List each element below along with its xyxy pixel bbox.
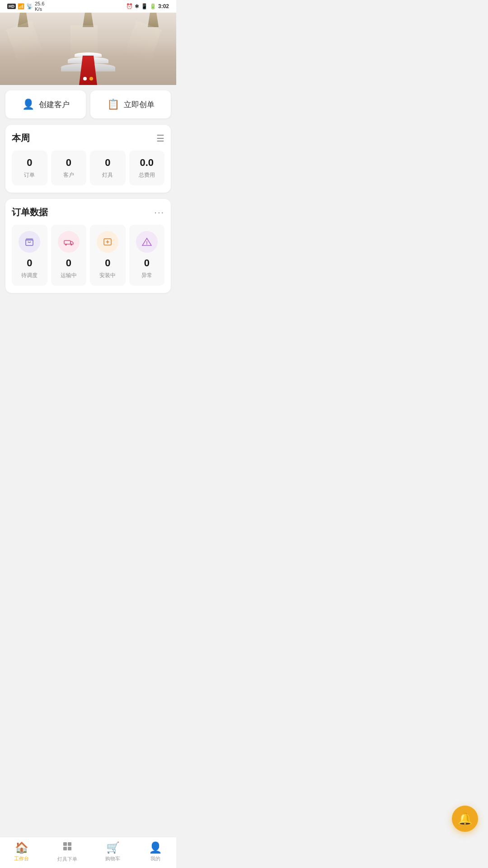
- order-grid: 0 待调度 0 运输中: [12, 225, 164, 286]
- quick-actions: 👤 创建客户 📋 立即创单: [5, 90, 171, 118]
- status-right: ⏰ ✱ 📱 🔋 3:02: [126, 3, 169, 9]
- order-section-header: 订单数据 ···: [12, 206, 164, 218]
- order-exception: 0 异常: [129, 225, 165, 286]
- battery-icon: 🔋: [150, 3, 156, 9]
- pending-value: 0: [14, 257, 45, 269]
- time-label: 3:02: [158, 3, 169, 9]
- customer-icon: 👤: [22, 99, 34, 110]
- spotlight-left: [14, 13, 33, 61]
- stat-customers-value: 0: [54, 157, 84, 169]
- svg-rect-8: [68, 847, 71, 850]
- order-more-icon[interactable]: ···: [154, 207, 164, 217]
- stat-lights: 0 灯具: [90, 151, 126, 185]
- cart-label: 购物车: [105, 855, 120, 862]
- main-content: 👤 创建客户 📋 立即创单 本周 ☰ 0 订单 0 客户 0 灯具: [0, 85, 176, 335]
- workbench-label: 工作台: [14, 855, 29, 862]
- banner: [0, 13, 176, 85]
- week-section-header: 本周 ☰: [12, 132, 164, 144]
- order-pending: 0 待调度: [12, 225, 47, 286]
- svg-rect-0: [64, 241, 70, 244]
- order-transport: 0 运输中: [51, 225, 87, 286]
- svg-rect-5: [63, 842, 67, 846]
- order-installing: 0 安装中: [90, 225, 126, 286]
- stats-grid: 0 订单 0 客户 0 灯具 0.0 总费用: [12, 151, 164, 185]
- stat-orders-value: 0: [14, 157, 45, 169]
- stat-orders-label: 订单: [14, 171, 45, 179]
- exception-value: 0: [132, 257, 162, 269]
- speed-label: 25.6K/s: [35, 1, 44, 12]
- order-data-section: 订单数据 ··· 0 待调度: [5, 199, 171, 293]
- order-lights-label: 灯具下单: [57, 856, 77, 863]
- create-order-label: 立即创单: [124, 99, 155, 110]
- wifi-icon: 📡: [26, 3, 33, 9]
- order-icon: 📋: [107, 99, 119, 110]
- stat-total-cost-label: 总费用: [132, 171, 162, 179]
- alarm-icon: ⏰: [126, 3, 133, 9]
- create-customer-label: 创建客户: [39, 99, 70, 110]
- stat-total-cost: 0.0 总费用: [129, 151, 165, 185]
- pending-icon-wrap: [19, 231, 40, 253]
- pending-label: 待调度: [14, 272, 45, 279]
- week-section: 本周 ☰ 0 订单 0 客户 0 灯具 0.0 总费用: [5, 125, 171, 193]
- spotlight-right: [144, 13, 163, 61]
- signal-icon: 📶: [18, 3, 24, 9]
- installing-icon-wrap: [97, 231, 118, 253]
- transport-value: 0: [54, 257, 84, 269]
- stat-customers-label: 客户: [54, 171, 84, 179]
- stat-customers: 0 客户: [51, 151, 87, 185]
- order-section-title: 订单数据: [12, 206, 48, 218]
- bottom-nav: 🏠 工作台 灯具下单 🛒 购物车 👤 我的: [0, 837, 176, 868]
- nav-workbench[interactable]: 🏠 工作台: [14, 841, 29, 862]
- svg-rect-7: [63, 847, 67, 850]
- svg-rect-6: [68, 842, 71, 846]
- exception-label: 异常: [132, 272, 162, 279]
- hd-badge: HD: [7, 4, 16, 9]
- mine-label: 我的: [150, 855, 160, 862]
- status-left: HD 📶 📡 25.6K/s: [7, 1, 44, 12]
- banner-dots: [83, 77, 93, 80]
- svg-point-4: [146, 244, 147, 245]
- stat-lights-label: 灯具: [93, 171, 123, 179]
- dot-2: [89, 77, 93, 80]
- mine-icon: 👤: [149, 841, 162, 854]
- transport-icon-wrap: [58, 231, 80, 253]
- nav-cart[interactable]: 🛒 购物车: [105, 841, 120, 862]
- exception-icon-wrap: [136, 231, 158, 253]
- stat-total-cost-value: 0.0: [132, 157, 162, 169]
- week-section-title: 本周: [12, 132, 30, 144]
- workbench-icon: 🏠: [15, 841, 28, 854]
- create-order-button[interactable]: 📋 立即创单: [90, 90, 171, 118]
- transport-label: 运输中: [54, 272, 84, 279]
- svg-point-2: [70, 244, 72, 245]
- stat-lights-value: 0: [93, 157, 123, 169]
- cart-icon: 🛒: [106, 841, 120, 854]
- svg-point-1: [65, 244, 67, 245]
- bluetooth-icon: ✱: [135, 3, 139, 9]
- installing-value: 0: [93, 257, 123, 269]
- nav-mine[interactable]: 👤 我的: [149, 841, 162, 862]
- dot-1: [83, 77, 87, 80]
- nav-order-lights[interactable]: 灯具下单: [57, 841, 77, 863]
- status-bar: HD 📶 📡 25.6K/s ⏰ ✱ 📱 🔋 3:02: [0, 0, 176, 13]
- create-customer-button[interactable]: 👤 创建客户: [5, 90, 86, 118]
- order-lights-icon: [62, 841, 73, 854]
- stat-orders: 0 订单: [12, 151, 47, 185]
- installing-label: 安装中: [93, 272, 123, 279]
- week-menu-icon[interactable]: ☰: [156, 133, 164, 144]
- phone-icon: 📱: [141, 3, 148, 9]
